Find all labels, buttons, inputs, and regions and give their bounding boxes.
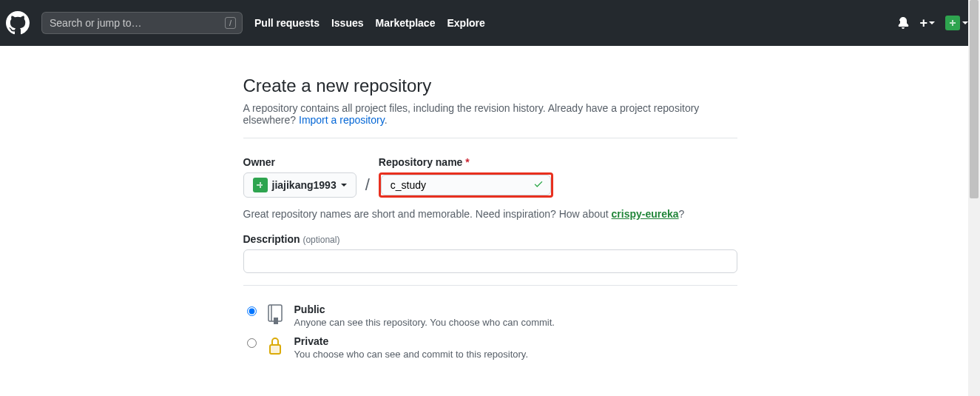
github-logo-icon[interactable] xyxy=(6,11,30,35)
repo-name-label: Repository name * xyxy=(379,156,553,168)
import-link[interactable]: Import a repository xyxy=(299,114,385,126)
owner-name: jiajikang1993 xyxy=(272,179,337,191)
svg-rect-2 xyxy=(274,318,278,324)
owner-avatar-icon xyxy=(253,178,268,192)
repo-name-group: Repository name * xyxy=(379,156,553,198)
global-header: / Pull requests Issues Marketplace Explo… xyxy=(0,0,980,46)
visibility-public-radio[interactable] xyxy=(247,306,257,316)
bell-icon[interactable] xyxy=(897,17,909,29)
visibility-private-desc: You choose who can see and commit to thi… xyxy=(294,349,529,360)
page-title: Create a new repository xyxy=(243,75,737,96)
repo-name-hint: Great repository names are short and mem… xyxy=(243,208,737,220)
scrollbar-thumb[interactable] xyxy=(970,0,979,198)
chevron-down-icon xyxy=(929,21,935,24)
required-asterisk: * xyxy=(465,156,469,168)
user-menu[interactable] xyxy=(945,16,968,30)
name-suggestion[interactable]: crispy-eureka xyxy=(612,208,679,220)
owner-repo-row: Owner jiajikang1993 / Repository name * xyxy=(243,156,737,198)
lock-icon xyxy=(266,335,287,358)
hint-suffix: ? xyxy=(679,208,685,220)
slash-key-icon: / xyxy=(225,17,236,29)
chevron-down-icon xyxy=(962,21,968,24)
repo-name-highlight xyxy=(379,172,553,198)
vertical-scrollbar[interactable] xyxy=(968,0,980,360)
divider xyxy=(243,285,737,286)
description-label: Description (optional) xyxy=(243,233,737,245)
owner-select[interactable]: jiajikang1993 xyxy=(243,172,356,198)
repo-label-text: Repository name xyxy=(379,156,463,168)
description-input[interactable] xyxy=(243,249,737,273)
search-input[interactable] xyxy=(48,16,225,30)
primary-nav: Pull requests Issues Marketplace Explore xyxy=(254,17,485,29)
check-icon xyxy=(533,179,544,192)
main-content: Create a new repository A repository con… xyxy=(232,75,749,360)
visibility-public-desc: Anyone can see this repository. You choo… xyxy=(294,317,555,328)
plus-icon: + xyxy=(919,16,927,31)
subtitle-period: . xyxy=(385,114,388,126)
visibility-private-radio[interactable] xyxy=(247,338,257,348)
avatar-icon xyxy=(945,16,960,30)
owner-group: Owner jiajikang1993 xyxy=(243,156,356,198)
description-label-text: Description xyxy=(243,233,300,245)
visibility-public-title: Public xyxy=(294,303,555,315)
search-box[interactable]: / xyxy=(41,12,243,34)
optional-tag: (optional) xyxy=(303,235,339,245)
slash-separator: / xyxy=(365,175,370,195)
header-right: + xyxy=(897,16,968,31)
create-menu[interactable]: + xyxy=(919,16,935,31)
nav-issues[interactable]: Issues xyxy=(331,17,364,29)
owner-label: Owner xyxy=(243,156,356,168)
divider xyxy=(243,138,737,138)
visibility-private-text: Private You choose who can see and commi… xyxy=(294,335,529,360)
hint-prefix: Great repository names are short and mem… xyxy=(243,208,612,220)
page-subtitle: A repository contains all project files,… xyxy=(243,102,737,126)
visibility-private-title: Private xyxy=(294,335,529,347)
repo-icon xyxy=(266,303,287,326)
visibility-private-row: Private You choose who can see and commi… xyxy=(243,335,737,360)
svg-rect-3 xyxy=(270,345,280,354)
nav-pull-requests[interactable]: Pull requests xyxy=(254,17,320,29)
nav-marketplace[interactable]: Marketplace xyxy=(376,17,436,29)
visibility-public-text: Public Anyone can see this repository. Y… xyxy=(294,303,555,328)
visibility-public-row: Public Anyone can see this repository. Y… xyxy=(243,303,737,328)
nav-explore[interactable]: Explore xyxy=(447,17,484,29)
chevron-down-icon xyxy=(341,184,347,187)
repo-name-input[interactable] xyxy=(381,175,551,195)
